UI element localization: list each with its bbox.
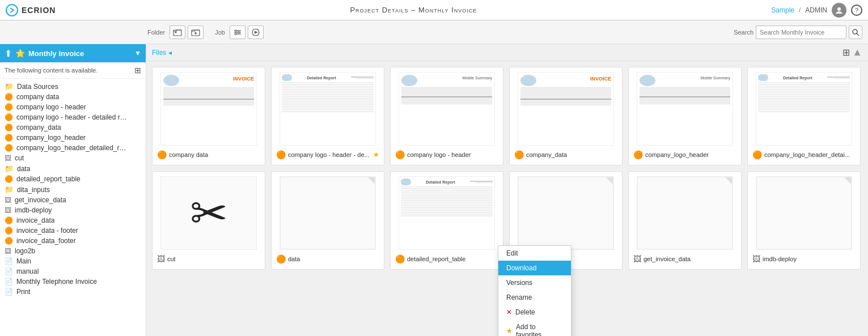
- main-layout: ⬆ ⭐ Monthly Invoice ▼ The following cont…: [0, 44, 868, 336]
- files-arrow[interactable]: ◂: [168, 49, 172, 57]
- file-card-footer: 🖼 imdb-deploy: [752, 253, 856, 265]
- sidebar-item-company-logo---heade[interactable]: 🟠company logo - header - detailed rep...: [0, 112, 146, 122]
- file-card[interactable]: INVOICE 🟠 company data: [152, 67, 265, 165]
- context-menu-item-delete[interactable]: ✕Delete: [498, 305, 571, 320]
- file-thumbnail: [756, 176, 852, 250]
- grid-view-button[interactable]: ⊞: [842, 47, 850, 58]
- file-thumbnail: [637, 176, 733, 250]
- file-card[interactable]: Detailed Report 🟠 company logo - header …: [271, 67, 384, 165]
- sidebar-item-dita_inputs[interactable]: 📁dita_inputs: [0, 184, 146, 195]
- sidebar-tree: 📁Data Sources🟠company data🟠company logo …: [0, 79, 146, 299]
- file-card[interactable]: 🖼 get_invoice_data: [628, 171, 742, 270]
- context-menu-label: Rename: [506, 294, 532, 301]
- sidebar-item-logo2b[interactable]: 🖼logo2b: [0, 246, 146, 256]
- file-card-footer: 🟠 data: [276, 253, 379, 265]
- file-icon: 🟠: [5, 144, 13, 152]
- sidebar-item-company-data[interactable]: 🟠company data: [0, 92, 146, 102]
- folder-new-btn[interactable]: [188, 25, 204, 39]
- file-icon: 🟠: [5, 113, 13, 121]
- search-button[interactable]: [849, 25, 862, 39]
- search-area: Search: [734, 25, 862, 39]
- svg-point-1: [837, 7, 841, 11]
- context-menu-item-edit[interactable]: Edit: [498, 246, 571, 261]
- job-toolbar: Job: [215, 25, 264, 39]
- context-menu-label: Versions: [506, 279, 532, 287]
- sidebar-item-data[interactable]: 📁data: [0, 163, 146, 174]
- file-thumbnail: Mobile Summary: [399, 72, 495, 146]
- star-icon[interactable]: ★: [373, 151, 379, 159]
- context-menu-label: Download: [506, 264, 536, 272]
- sidebar-item-label: dita_inputs: [17, 186, 50, 194]
- user-link[interactable]: Sample: [771, 6, 794, 14]
- file-card[interactable]: Mobile Summary 🟠 company logo - header: [390, 67, 503, 165]
- toolbar: Folder Job Search: [0, 20, 868, 44]
- sidebar-item-company-logo---heade[interactable]: 🟠company logo - header: [0, 102, 146, 112]
- file-name: company_logo_header_detai...: [764, 151, 856, 158]
- sidebar-item-detailed_report_tabl[interactable]: 🟠detailed_report_table: [0, 174, 146, 184]
- sidebar-item-invoice_data---foote[interactable]: 🟠invoice_data - footer: [0, 226, 146, 236]
- context-menu-item-download[interactable]: Download: [498, 261, 571, 275]
- file-thumbnail: [518, 176, 614, 250]
- file-icon: 🟠: [5, 93, 13, 101]
- file-card[interactable]: Detailed Report 🟠 company_logo_header_de…: [747, 67, 861, 165]
- content-area: Files ◂ ⊞ ▲ INVOICE 🟠 company data: [146, 44, 868, 336]
- file-type-icon: 🟠: [752, 150, 762, 159]
- file-thumbnail: Detailed Report: [280, 72, 376, 146]
- file-icon: 🖼: [5, 206, 11, 214]
- file-thumbnail: INVOICE: [160, 72, 257, 146]
- sidebar-item-cut[interactable]: 🖼cut: [0, 153, 146, 163]
- logo-text: ECRION: [22, 6, 56, 15]
- context-menu-item-rename[interactable]: Rename: [498, 290, 571, 305]
- context-menu: EditDownloadVersionsRename✕Delete★Add to…: [498, 245, 571, 336]
- sidebar-item-label: manual: [16, 267, 39, 275]
- file-card[interactable]: INVOICE 🟠 company_data: [509, 67, 623, 165]
- file-card[interactable]: Mobile Summary 🟠 company_logo_header: [628, 67, 742, 165]
- file-card-footer: 🟠 company_logo_header_detai...: [752, 149, 856, 160]
- sidebar-item-invoice_data[interactable]: 🟠invoice_data: [0, 215, 146, 226]
- folder-label: Folder: [147, 29, 165, 36]
- file-name: data: [288, 256, 379, 262]
- sidebar-item-imdb-deploy[interactable]: 🖼imdb-deploy: [0, 205, 146, 215]
- sidebar-item-invoice_data_footer[interactable]: 🟠invoice_data_footer: [0, 236, 146, 246]
- sidebar-dropdown-icon[interactable]: ▼: [134, 49, 141, 57]
- file-card[interactable]: Detailed Report 🟠 detailed_report_table: [390, 171, 503, 270]
- file-icon: 🟠: [5, 216, 13, 224]
- folder-open-btn[interactable]: [170, 25, 185, 39]
- file-card[interactable]: 🖼 imdb-deploy: [747, 171, 861, 270]
- svg-point-15: [853, 29, 857, 34]
- svg-point-12: [235, 33, 236, 35]
- file-thumbnail: ✂: [160, 176, 257, 250]
- sidebar-grid-icon[interactable]: ⊞: [134, 66, 141, 75]
- files-header: Files ◂ ⊞ ▲: [146, 44, 868, 61]
- context-menu-item-versions[interactable]: Versions: [498, 275, 571, 290]
- sidebar-item-main[interactable]: 📄Main: [0, 256, 146, 266]
- sidebar-item-label: invoice_data - footer: [16, 227, 78, 235]
- sidebar-item-data-sources[interactable]: 📁Data Sources: [0, 81, 146, 92]
- search-input[interactable]: [756, 25, 846, 39]
- sidebar-item-label: imdb-deploy: [15, 206, 52, 214]
- sidebar-item-monthly-telephone-in[interactable]: 📄Monthly Telephone Invoice: [0, 277, 146, 287]
- context-menu-item-add-to-favorites[interactable]: ★Add to favorites: [498, 320, 571, 336]
- file-thumbnail: Detailed Report: [756, 72, 852, 146]
- sidebar-item-label: invoice_data_footer: [16, 237, 76, 245]
- files-label: Files: [152, 49, 166, 57]
- help-button[interactable]: ?: [851, 5, 862, 16]
- file-card[interactable]: 🟠 data: [271, 171, 384, 270]
- scroll-up-icon[interactable]: ▲: [852, 46, 862, 58]
- file-card[interactable]: ✂ 🖼 cut: [152, 171, 265, 270]
- file-icon: 🖼: [5, 247, 11, 255]
- file-icon: 🟠: [5, 124, 13, 131]
- sidebar-item-get_invoice_data[interactable]: 🖼get_invoice_data: [0, 195, 146, 205]
- job-run-btn[interactable]: [248, 25, 264, 39]
- user-area: Sample / ADMIN ?: [771, 3, 862, 18]
- sidebar-item-label: cut: [15, 154, 24, 162]
- sidebar-item-company_logo_header[interactable]: 🟠company_logo_header: [0, 133, 146, 143]
- sidebar-item-company_logo_header_[interactable]: 🟠company_logo_header_detailed_report: [0, 143, 146, 153]
- file-thumbnail: INVOICE: [518, 72, 614, 146]
- sidebar-item-company_data[interactable]: 🟠company_data: [0, 122, 146, 133]
- sidebar-item-print[interactable]: 📄Print: [0, 287, 146, 297]
- sidebar-item-manual[interactable]: 📄manual: [0, 266, 146, 277]
- job-settings-btn[interactable]: [230, 25, 245, 39]
- svg-point-3: [175, 31, 177, 33]
- file-thumbnail: Mobile Summary: [637, 72, 733, 146]
